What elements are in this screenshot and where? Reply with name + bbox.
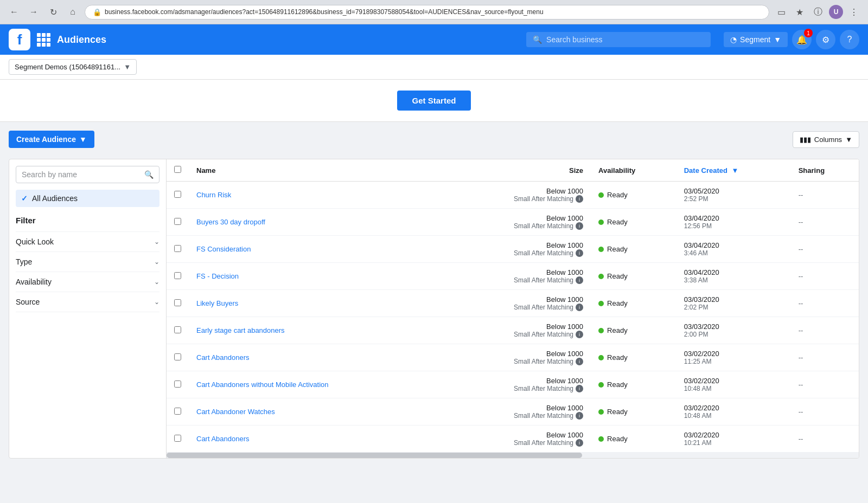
audience-name-link[interactable]: Early stage cart abandoners [196,326,285,334]
home-button[interactable]: ⌂ [65,4,80,20]
info-icon[interactable]: i [576,304,583,311]
date-value: 03/04/2020 [684,241,783,249]
info-icon[interactable]: ⓘ [810,4,826,20]
business-search-bar[interactable]: 🔍 [526,32,711,47]
row-checkbox[interactable] [174,408,181,415]
sharing-column-header[interactable]: Sharing [791,159,859,182]
info-icon[interactable]: i [576,358,583,365]
search-icon: 🔍 [533,35,542,44]
name-search-input[interactable] [22,170,140,179]
all-audiences-item[interactable]: ✓ All Audiences [16,190,159,207]
settings-button[interactable]: ⚙ [816,30,835,49]
info-icon[interactable]: i [576,276,583,284]
back-button[interactable]: ← [7,4,22,20]
profile-avatar[interactable]: U [829,5,843,19]
status-dot [598,247,604,252]
row-checkbox-cell[interactable] [167,425,189,453]
row-availability-cell: Ready [591,398,676,425]
row-checkbox-cell[interactable] [167,290,189,317]
row-checkbox[interactable] [174,381,181,388]
row-checkbox-cell[interactable] [167,182,189,209]
select-all-header[interactable] [167,159,189,182]
audience-name-link[interactable]: Cart Abandoner Watches [196,408,275,416]
filter-source[interactable]: Source ⌄ [16,292,159,312]
url-text: business.facebook.com/adsmanager/audienc… [105,8,544,16]
audience-name-link[interactable]: Cart Abandoners [196,435,250,443]
info-icon[interactable]: i [576,331,583,338]
info-icon[interactable]: i [576,412,583,420]
row-checkbox[interactable] [174,272,181,279]
notifications-button[interactable]: 🔔 1 [792,30,812,49]
refresh-button[interactable]: ↻ [46,4,61,20]
table-row: Churn Risk Below 1000 Small After Matchi… [167,182,859,209]
scrollbar-thumb[interactable] [167,453,582,458]
row-checkbox-cell[interactable] [167,398,189,425]
row-checkbox[interactable] [174,218,181,225]
row-checkbox-cell[interactable] [167,263,189,290]
info-icon[interactable]: i [576,249,583,257]
row-checkbox-cell[interactable] [167,371,189,398]
row-checkbox[interactable] [174,353,181,360]
audience-name-link[interactable]: Likely Buyers [196,299,238,307]
row-checkbox[interactable] [174,245,181,252]
row-checkbox[interactable] [174,435,181,442]
row-checkbox-cell[interactable] [167,317,189,344]
info-icon[interactable]: i [576,439,583,447]
forward-button[interactable]: → [26,4,41,20]
audience-name-link[interactable]: Churn Risk [196,191,231,199]
get-started-button[interactable]: Get Started [397,91,471,111]
account-selector[interactable]: Segment Demos (15064891161... ▼ [9,59,137,75]
info-icon[interactable]: i [576,195,583,203]
availability-chevron-icon: ⌄ [154,278,159,286]
filter-availability[interactable]: Availability ⌄ [16,272,159,292]
filter-type[interactable]: Type ⌄ [16,252,159,272]
info-icon[interactable]: i [576,385,583,392]
help-button[interactable]: ? [840,30,859,49]
audience-name-link[interactable]: FS - Decision [196,272,239,280]
row-size-cell: Below 1000 Small After Matching i [452,209,591,236]
name-search-box[interactable]: 🔍 [16,166,159,183]
row-checkbox-cell[interactable] [167,344,189,371]
row-date-cell: 03/03/2020 2:00 PM [676,317,791,344]
row-checkbox-cell[interactable] [167,209,189,236]
bookmark-icon[interactable]: ★ [792,4,807,20]
row-size-sub: Small After Matching i [459,276,583,284]
size-column-header[interactable]: Size [452,159,591,182]
menu-icon[interactable]: ⋮ [846,4,861,20]
row-sharing-cell: -- [791,263,859,290]
notification-badge: 1 [804,29,813,37]
address-bar[interactable]: 🔒 business.facebook.com/adsmanager/audie… [85,5,769,20]
toolbar: Create Audience ▼ ▮▮▮ Columns ▼ [9,131,859,148]
horizontal-scrollbar[interactable] [167,453,859,458]
audience-name-link[interactable]: FS Consideration [196,245,251,253]
info-icon[interactable]: i [576,222,583,230]
audience-name-link[interactable]: Buyers 30 day dropoff [196,218,265,226]
row-checkbox[interactable] [174,191,181,198]
apps-grid-icon[interactable] [37,33,50,47]
cast-icon[interactable]: ▭ [774,4,789,20]
create-audience-button[interactable]: Create Audience ▼ [9,131,94,148]
row-checkbox[interactable] [174,326,181,333]
segment-button[interactable]: ◔ Segment ▼ [724,32,788,47]
type-column-header[interactable] [430,159,452,182]
topbar-actions: ◔ Segment ▼ 🔔 1 ⚙ ? [724,30,859,49]
date-created-column-header[interactable]: Date Created ▼ [676,159,791,182]
row-type-cell [430,425,452,453]
row-name-cell: Early stage cart abandoners [189,317,430,344]
filter-quick-look[interactable]: Quick Look ⌄ [16,231,159,252]
type-chevron-icon: ⌄ [154,258,159,266]
row-availability-cell: Ready [591,344,676,371]
columns-button[interactable]: ▮▮▮ Columns ▼ [793,131,859,148]
audience-name-link[interactable]: Cart Abandoners [196,353,250,362]
audience-name-link[interactable]: Cart Abandoners without Mobile Activatio… [196,381,329,389]
availability-column-header[interactable]: Availability [591,159,676,182]
availability-cell: Ready [598,435,669,443]
row-size-value: Below 1000 [459,404,583,412]
table-row: Cart Abandoner Watches Below 1000 Small … [167,398,859,425]
select-all-checkbox[interactable] [174,166,181,173]
row-checkbox-cell[interactable] [167,236,189,263]
business-search-input[interactable] [546,35,704,44]
row-checkbox[interactable] [174,299,181,306]
row-name-cell: Cart Abandoners [189,344,430,371]
name-column-header[interactable]: Name [189,159,430,182]
